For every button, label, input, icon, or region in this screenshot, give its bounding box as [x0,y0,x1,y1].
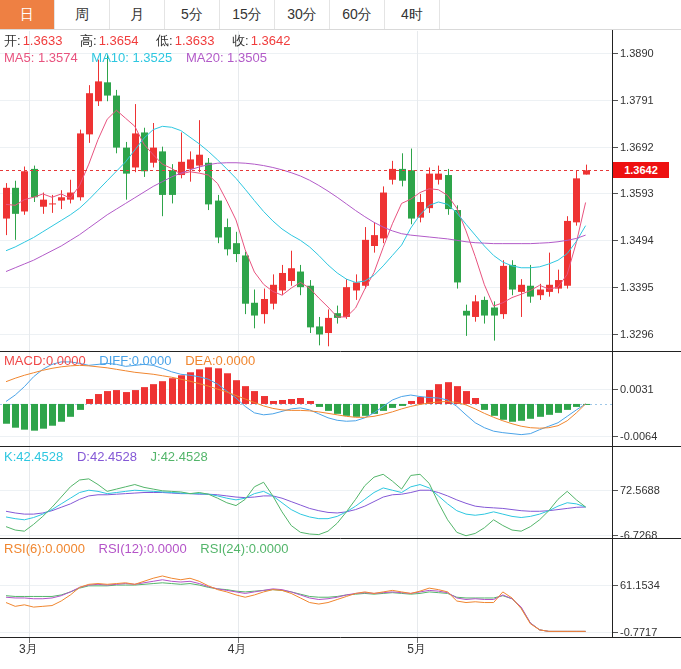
kdj-legend: K:42.4528 D:42.4528 J:42.4528 [4,449,218,464]
diff-value: DIFF:0.0000 [99,353,171,368]
d-value: D:42.4528 [77,449,137,464]
macd-value: MACD:0.0000 [4,353,86,368]
low-label: 低: [156,33,173,48]
tab-15min[interactable]: 15分 [220,0,275,29]
y-axis-label: 0.0031 [620,382,678,396]
y-axis-label: 1.3296 [620,327,678,341]
high-label: 高: [80,33,97,48]
y-axis-label: 1.3890 [620,46,678,60]
ma20-legend: MA20: 1.3505 [186,50,267,65]
open-value: 1.3633 [23,33,63,48]
low-value: 1.3633 [175,33,215,48]
ohlc-readout: 开:1.3633 高:1.3654 低:1.3633 收:1.3642 [4,32,304,50]
y-axis-label: -0.0064 [620,429,678,443]
j-value: J:42.4528 [151,449,208,464]
y-axis-label: -0.7717 [620,625,678,639]
y-axis-label: 61.1534 [620,578,678,592]
high-value: 1.3654 [99,33,139,48]
close-value: 1.3642 [251,33,291,48]
rsi12-value: RSI(12):0.0000 [99,541,187,556]
x-axis-label-march: 3月 [19,641,38,658]
period-tabbar: 日 周 月 5分 15分 30分 60分 4时 [0,0,681,30]
y-axis-label: -6.7268 [620,528,678,542]
rsi6-value: RSI(6):0.0000 [4,541,85,556]
open-label: 开: [4,33,21,48]
tab-60min[interactable]: 60分 [330,0,385,29]
tab-30min[interactable]: 30分 [275,0,330,29]
y-axis-label: 1.3395 [620,280,678,294]
tab-5min[interactable]: 5分 [165,0,220,29]
ma10-legend: MA10: 1.3525 [91,50,172,65]
y-axis-label: 1.3791 [620,93,678,107]
rsi-legend: RSI(6):0.0000 RSI(12):0.0000 RSI(24):0.0… [4,541,299,556]
chart-canvas[interactable] [0,0,681,669]
k-value: K:42.4528 [4,449,63,464]
ma5-legend: MA5: 1.3574 [4,50,78,65]
y-axis-label: 1.3494 [620,233,678,247]
tab-day[interactable]: 日 [0,0,55,29]
x-axis-label-may: 5月 [407,641,426,658]
macd-legend: MACD:0.0000 DIFF:0.0000 DEA:0.0000 [4,353,265,368]
trading-chart-app: 日 周 月 5分 15分 30分 60分 4时 开:1.3633 高:1.365… [0,0,681,669]
y-axis-label: 72.5688 [620,483,678,497]
ma-legend: MA5: 1.3574 MA10: 1.3525 MA20: 1.3505 [4,50,277,65]
dea-value: DEA:0.0000 [185,353,255,368]
rsi24-value: RSI(24):0.0000 [200,541,288,556]
y-axis-label: 1.3692 [620,140,678,154]
tab-4hour[interactable]: 4时 [385,0,440,29]
x-axis-label-april: 4月 [228,641,247,658]
current-price-tag: 1.3642 [613,162,669,178]
y-axis-label: 1.3593 [620,186,678,200]
tab-week[interactable]: 周 [55,0,110,29]
tab-month[interactable]: 月 [110,0,165,29]
close-label: 收: [232,33,249,48]
